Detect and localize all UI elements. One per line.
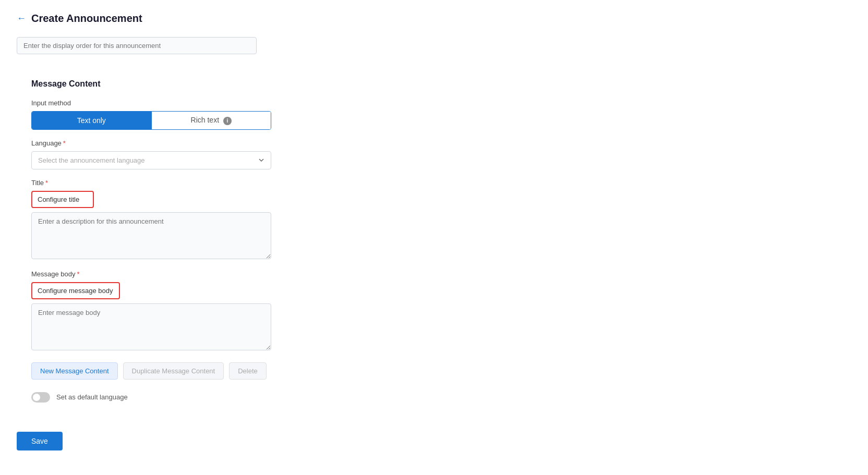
save-button[interactable]: Save	[17, 432, 63, 450]
input-method-label: Input method	[31, 99, 837, 107]
message-body-group: Message body *	[31, 270, 837, 352]
text-only-button[interactable]: Text only	[32, 112, 152, 129]
language-select[interactable]: Select the announcement language	[31, 151, 271, 169]
title-required-star: *	[45, 179, 48, 187]
rich-text-button[interactable]: Rich text i	[152, 112, 271, 129]
description-textarea[interactable]	[31, 212, 271, 259]
rich-text-info-icon: i	[223, 117, 232, 125]
section-title: Message Content	[31, 79, 837, 89]
back-button[interactable]: ←	[17, 13, 26, 24]
page-header: ← Create Announcement	[17, 13, 851, 25]
message-body-input[interactable]	[31, 282, 120, 299]
delete-button[interactable]: Delete	[229, 362, 267, 380]
title-input[interactable]	[31, 191, 94, 208]
language-label: Language *	[31, 139, 837, 147]
display-order-section	[17, 37, 851, 54]
new-message-button[interactable]: New Message Content	[31, 362, 118, 380]
toggle-slider	[31, 392, 50, 403]
display-order-input[interactable]	[17, 37, 257, 54]
input-method-group: Input method Text only Rich text i	[31, 99, 837, 130]
save-section: Save	[17, 432, 851, 450]
message-body-label: Message body *	[31, 270, 837, 278]
default-language-label: Set as default language	[56, 393, 128, 401]
default-language-toggle[interactable]	[31, 392, 50, 403]
page-title: Create Announcement	[31, 13, 142, 25]
message-body-textarea[interactable]	[31, 303, 271, 350]
language-required-star: *	[63, 139, 66, 147]
title-group: Title *	[31, 179, 837, 261]
message-content-section: Message Content Input method Text only R…	[17, 67, 851, 415]
action-buttons-row: New Message Content Duplicate Message Co…	[31, 362, 837, 380]
language-group: Language * Select the announcement langu…	[31, 139, 837, 169]
input-method-toggle: Text only Rich text i	[31, 111, 271, 130]
default-language-row: Set as default language	[31, 392, 837, 403]
title-label: Title *	[31, 179, 837, 187]
duplicate-button[interactable]: Duplicate Message Content	[123, 362, 224, 380]
message-body-required-star: *	[77, 270, 80, 278]
